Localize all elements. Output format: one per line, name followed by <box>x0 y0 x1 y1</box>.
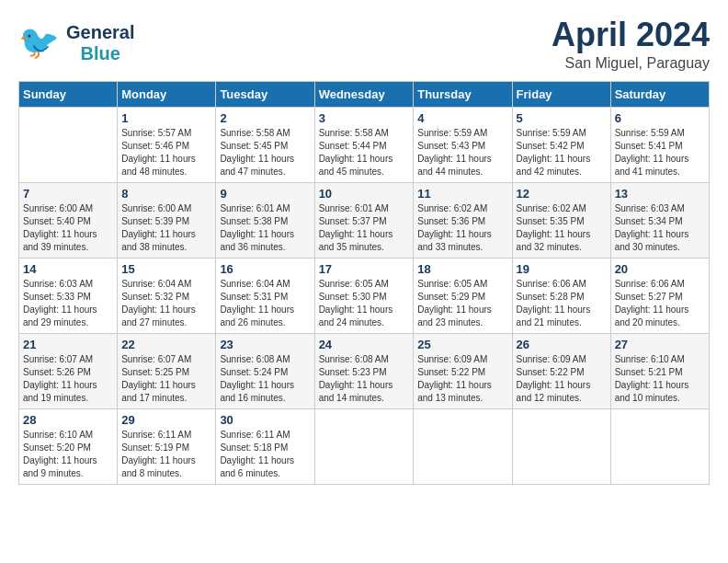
day-number: 25 <box>417 338 507 351</box>
day-info: Sunrise: 6:00 AM Sunset: 5:39 PM Dayligh… <box>121 202 211 254</box>
weekday-header-saturday: Saturday <box>610 82 709 108</box>
calendar-cell: 26Sunrise: 6:09 AM Sunset: 5:22 PM Dayli… <box>512 334 610 409</box>
calendar-cell: 10Sunrise: 6:01 AM Sunset: 5:37 PM Dayli… <box>314 183 414 259</box>
weekday-header-friday: Friday <box>512 82 610 108</box>
day-number: 9 <box>220 187 310 201</box>
calendar-cell: 30Sunrise: 6:11 AM Sunset: 5:18 PM Dayli… <box>216 409 314 485</box>
calendar-cell <box>414 409 512 485</box>
day-number: 21 <box>23 338 113 351</box>
day-number: 19 <box>517 262 607 276</box>
day-number: 11 <box>417 187 507 201</box>
logo-bird-icon: 🐦 <box>18 18 64 68</box>
calendar-cell: 1Sunrise: 5:57 AM Sunset: 5:46 PM Daylig… <box>118 108 216 183</box>
calendar-cell: 11Sunrise: 6:02 AM Sunset: 5:36 PM Dayli… <box>414 183 512 259</box>
calendar-cell: 23Sunrise: 6:08 AM Sunset: 5:24 PM Dayli… <box>216 334 314 409</box>
calendar-cell: 7Sunrise: 6:00 AM Sunset: 5:40 PM Daylig… <box>19 183 118 259</box>
day-info: Sunrise: 6:08 AM Sunset: 5:24 PM Dayligh… <box>220 353 310 405</box>
day-info: Sunrise: 6:08 AM Sunset: 5:23 PM Dayligh… <box>319 353 410 405</box>
day-info: Sunrise: 6:11 AM Sunset: 5:19 PM Dayligh… <box>121 429 211 480</box>
day-info: Sunrise: 6:05 AM Sunset: 5:30 PM Dayligh… <box>319 278 410 329</box>
day-number: 28 <box>23 413 113 427</box>
day-number: 1 <box>121 111 211 125</box>
day-number: 15 <box>121 262 211 276</box>
calendar-cell: 4Sunrise: 5:59 AM Sunset: 5:43 PM Daylig… <box>414 108 512 183</box>
day-info: Sunrise: 6:03 AM Sunset: 5:34 PM Dayligh… <box>615 202 705 254</box>
day-number: 26 <box>517 338 607 351</box>
day-info: Sunrise: 6:10 AM Sunset: 5:20 PM Dayligh… <box>23 429 113 480</box>
day-number: 14 <box>23 262 113 276</box>
calendar-week-row: 28Sunrise: 6:10 AM Sunset: 5:20 PM Dayli… <box>19 409 710 485</box>
calendar-cell: 29Sunrise: 6:11 AM Sunset: 5:19 PM Dayli… <box>118 409 216 485</box>
calendar-cell <box>314 409 414 485</box>
day-info: Sunrise: 6:06 AM Sunset: 5:27 PM Dayligh… <box>615 278 705 329</box>
calendar-cell: 13Sunrise: 6:03 AM Sunset: 5:34 PM Dayli… <box>610 183 709 259</box>
calendar-cell: 25Sunrise: 6:09 AM Sunset: 5:22 PM Dayli… <box>414 334 512 409</box>
day-info: Sunrise: 6:00 AM Sunset: 5:40 PM Dayligh… <box>23 202 113 254</box>
day-number: 29 <box>121 413 211 427</box>
day-number: 12 <box>517 187 607 201</box>
day-info: Sunrise: 6:09 AM Sunset: 5:22 PM Dayligh… <box>517 353 607 405</box>
calendar-cell: 15Sunrise: 6:04 AM Sunset: 5:32 PM Dayli… <box>118 259 216 334</box>
calendar-cell: 22Sunrise: 6:07 AM Sunset: 5:25 PM Dayli… <box>118 334 216 409</box>
calendar-cell: 3Sunrise: 5:58 AM Sunset: 5:44 PM Daylig… <box>314 108 414 183</box>
day-number: 20 <box>615 262 705 276</box>
day-info: Sunrise: 6:01 AM Sunset: 5:37 PM Dayligh… <box>319 202 410 254</box>
day-number: 22 <box>121 338 211 351</box>
calendar-cell <box>512 409 610 485</box>
day-info: Sunrise: 5:59 AM Sunset: 5:43 PM Dayligh… <box>417 127 507 178</box>
calendar-cell: 8Sunrise: 6:00 AM Sunset: 5:39 PM Daylig… <box>118 183 216 259</box>
day-info: Sunrise: 6:07 AM Sunset: 5:25 PM Dayligh… <box>121 353 211 405</box>
day-info: Sunrise: 6:09 AM Sunset: 5:22 PM Dayligh… <box>417 353 507 405</box>
calendar-cell: 21Sunrise: 6:07 AM Sunset: 5:26 PM Dayli… <box>19 334 118 409</box>
month-title: April 2024 <box>552 18 710 52</box>
day-number: 3 <box>319 111 410 125</box>
day-info: Sunrise: 6:04 AM Sunset: 5:32 PM Dayligh… <box>121 278 211 329</box>
calendar-cell: 5Sunrise: 5:59 AM Sunset: 5:42 PM Daylig… <box>512 108 610 183</box>
day-info: Sunrise: 6:05 AM Sunset: 5:29 PM Dayligh… <box>417 278 507 329</box>
day-info: Sunrise: 6:07 AM Sunset: 5:26 PM Dayligh… <box>23 353 113 405</box>
page-header: 🐦 General Blue April 2024 San Miguel, Pa… <box>18 18 710 72</box>
calendar-table: SundayMondayTuesdayWednesdayThursdayFrid… <box>18 81 710 485</box>
day-info: Sunrise: 6:02 AM Sunset: 5:36 PM Dayligh… <box>417 202 507 254</box>
weekday-header-monday: Monday <box>118 82 216 108</box>
calendar-week-row: 1Sunrise: 5:57 AM Sunset: 5:46 PM Daylig… <box>19 108 710 183</box>
calendar-cell: 17Sunrise: 6:05 AM Sunset: 5:30 PM Dayli… <box>314 259 414 334</box>
logo-general-text: General <box>66 22 134 43</box>
weekday-header-row: SundayMondayTuesdayWednesdayThursdayFrid… <box>19 82 710 108</box>
day-info: Sunrise: 5:58 AM Sunset: 5:45 PM Dayligh… <box>220 127 310 178</box>
day-info: Sunrise: 6:11 AM Sunset: 5:18 PM Dayligh… <box>220 429 310 480</box>
calendar-cell: 27Sunrise: 6:10 AM Sunset: 5:21 PM Dayli… <box>610 334 709 409</box>
day-number: 6 <box>615 111 705 125</box>
calendar-week-row: 14Sunrise: 6:03 AM Sunset: 5:33 PM Dayli… <box>19 259 710 334</box>
day-number: 17 <box>319 262 410 276</box>
weekday-header-wednesday: Wednesday <box>314 82 414 108</box>
calendar-cell: 16Sunrise: 6:04 AM Sunset: 5:31 PM Dayli… <box>216 259 314 334</box>
calendar-cell: 9Sunrise: 6:01 AM Sunset: 5:38 PM Daylig… <box>216 183 314 259</box>
day-info: Sunrise: 5:59 AM Sunset: 5:42 PM Dayligh… <box>517 127 607 178</box>
day-number: 7 <box>23 187 113 201</box>
title-block: April 2024 San Miguel, Paraguay <box>552 18 710 72</box>
logo: 🐦 General Blue <box>18 18 134 68</box>
calendar-cell: 18Sunrise: 6:05 AM Sunset: 5:29 PM Dayli… <box>414 259 512 334</box>
weekday-header-sunday: Sunday <box>19 82 118 108</box>
day-info: Sunrise: 6:01 AM Sunset: 5:38 PM Dayligh… <box>220 202 310 254</box>
day-number: 23 <box>220 338 310 351</box>
logo-blue-text: Blue <box>81 43 120 64</box>
calendar-cell: 20Sunrise: 6:06 AM Sunset: 5:27 PM Dayli… <box>610 259 709 334</box>
day-number: 8 <box>121 187 211 201</box>
day-number: 18 <box>417 262 507 276</box>
calendar-cell <box>19 108 118 183</box>
day-number: 10 <box>319 187 410 201</box>
day-number: 30 <box>220 413 310 427</box>
day-info: Sunrise: 6:10 AM Sunset: 5:21 PM Dayligh… <box>615 353 705 405</box>
day-info: Sunrise: 6:04 AM Sunset: 5:31 PM Dayligh… <box>220 278 310 329</box>
calendar-week-row: 21Sunrise: 6:07 AM Sunset: 5:26 PM Dayli… <box>19 334 710 409</box>
day-info: Sunrise: 6:02 AM Sunset: 5:35 PM Dayligh… <box>517 202 607 254</box>
day-info: Sunrise: 6:03 AM Sunset: 5:33 PM Dayligh… <box>23 278 113 329</box>
day-number: 5 <box>517 111 607 125</box>
day-info: Sunrise: 6:06 AM Sunset: 5:28 PM Dayligh… <box>517 278 607 329</box>
day-number: 16 <box>220 262 310 276</box>
day-info: Sunrise: 5:59 AM Sunset: 5:41 PM Dayligh… <box>615 127 705 178</box>
day-number: 27 <box>615 338 705 351</box>
calendar-cell <box>610 409 709 485</box>
